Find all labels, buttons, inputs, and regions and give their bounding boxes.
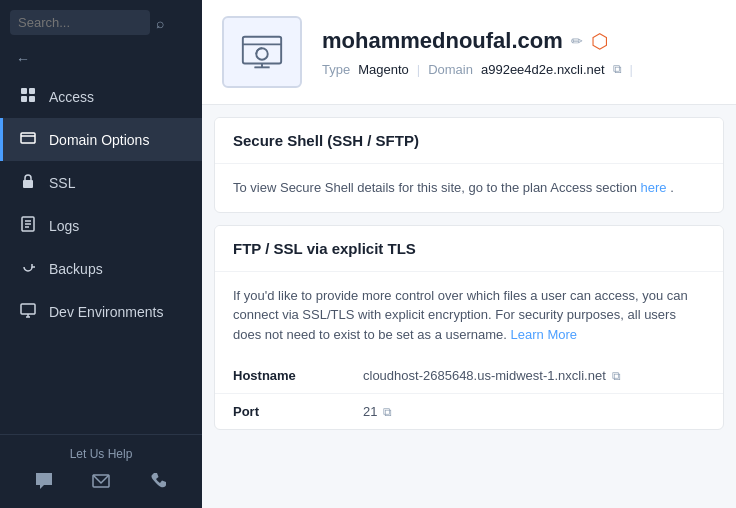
svg-rect-6 <box>23 180 33 188</box>
sidebar-item-logs-label: Logs <box>49 218 79 234</box>
magento-logo: ⬡ <box>591 29 608 53</box>
email-icon[interactable] <box>91 471 111 496</box>
domain-copy-icon[interactable]: ⧉ <box>613 62 622 76</box>
sidebar-item-access-label: Access <box>49 89 94 105</box>
meta-sep-1: | <box>417 62 420 77</box>
type-value: Magento <box>358 62 409 77</box>
ftp-section-title: FTP / SSL via explicit TLS <box>215 226 723 272</box>
sidebar: ⌕ ← Access Domain Option <box>0 0 202 508</box>
site-title: mohammednoufal.com <box>322 28 563 54</box>
ftp-section: FTP / SSL via explicit TLS If you'd like… <box>214 225 724 431</box>
ssh-body-after: . <box>670 180 674 195</box>
site-icon <box>222 16 302 88</box>
svg-rect-2 <box>21 96 27 102</box>
chat-icon[interactable] <box>34 471 54 496</box>
meta-sep-2: | <box>630 62 633 77</box>
ftp-body-text: If you'd like to provide more control ov… <box>233 288 688 342</box>
sidebar-item-ssl-label: SSL <box>49 175 75 191</box>
ssh-section-title: Secure Shell (SSH / SFTP) <box>215 118 723 164</box>
svg-rect-4 <box>21 133 35 143</box>
dev-environments-icon <box>19 302 37 321</box>
port-label: Port <box>233 404 363 419</box>
site-title-row: mohammednoufal.com ✏ ⬡ <box>322 28 716 54</box>
sidebar-item-logs[interactable]: Logs <box>0 204 202 247</box>
ssh-here-link[interactable]: here <box>641 180 667 195</box>
sidebar-item-domain-options[interactable]: Domain Options <box>0 118 202 161</box>
port-text: 21 <box>363 404 377 419</box>
backups-icon <box>19 259 37 278</box>
sidebar-item-backups[interactable]: Backups <box>0 247 202 290</box>
port-copy-icon[interactable]: ⧉ <box>383 405 392 419</box>
footer-icons-row <box>16 471 186 496</box>
hostname-value: cloudhost-2685648.us-midwest-1.nxcli.net… <box>363 368 621 383</box>
sidebar-item-backups-label: Backups <box>49 261 103 277</box>
sidebar-item-domain-options-label: Domain Options <box>49 132 149 148</box>
hostname-label: Hostname <box>233 368 363 383</box>
port-row: Port 21 ⧉ <box>215 394 723 429</box>
port-value: 21 ⧉ <box>363 404 392 419</box>
main-content: mohammednoufal.com ✏ ⬡ Type Magento | Do… <box>202 0 736 508</box>
sidebar-item-ssl[interactable]: SSL <box>0 161 202 204</box>
sidebar-item-dev-environments[interactable]: Dev Environments <box>0 290 202 333</box>
hostname-row: Hostname cloudhost-2685648.us-midwest-1.… <box>215 358 723 394</box>
ftp-learn-more-link[interactable]: Learn More <box>511 327 577 342</box>
search-icon: ⌕ <box>156 15 164 31</box>
site-meta: Type Magento | Domain a992ee4d2e.nxcli.n… <box>322 62 716 77</box>
sidebar-item-access[interactable]: Access <box>0 75 202 118</box>
search-input[interactable] <box>10 10 150 35</box>
ssh-section: Secure Shell (SSH / SFTP) To view Secure… <box>214 117 724 213</box>
domain-options-icon <box>19 130 37 149</box>
svg-rect-0 <box>21 88 27 94</box>
content-area: Secure Shell (SSH / SFTP) To view Secure… <box>202 105 736 430</box>
phone-icon[interactable] <box>148 471 168 496</box>
let-us-help-label: Let Us Help <box>16 447 186 461</box>
sidebar-search-area: ⌕ <box>0 0 202 43</box>
ssh-section-body: To view Secure Shell details for this si… <box>215 164 723 212</box>
ssl-icon <box>19 173 37 192</box>
type-label: Type <box>322 62 350 77</box>
sidebar-item-dev-environments-label: Dev Environments <box>49 304 163 320</box>
sidebar-footer: Let Us Help <box>0 434 202 508</box>
site-header: mohammednoufal.com ✏ ⬡ Type Magento | Do… <box>202 0 736 105</box>
site-info: mohammednoufal.com ✏ ⬡ Type Magento | Do… <box>322 28 716 77</box>
domain-label: Domain <box>428 62 473 77</box>
sidebar-nav: Access Domain Options SSL <box>0 75 202 434</box>
back-button[interactable]: ← <box>0 43 202 75</box>
svg-rect-11 <box>21 304 35 314</box>
hostname-text: cloudhost-2685648.us-midwest-1.nxcli.net <box>363 368 606 383</box>
svg-rect-1 <box>29 88 35 94</box>
ftp-section-body: If you'd like to provide more control ov… <box>215 272 723 359</box>
domain-value: a992ee4d2e.nxcli.net <box>481 62 605 77</box>
svg-rect-3 <box>29 96 35 102</box>
edit-icon[interactable]: ✏ <box>571 33 583 49</box>
hostname-copy-icon[interactable]: ⧉ <box>612 369 621 383</box>
back-icon: ← <box>16 51 30 67</box>
logs-icon <box>19 216 37 235</box>
ssh-body-text: To view Secure Shell details for this si… <box>233 180 637 195</box>
access-icon <box>19 87 37 106</box>
